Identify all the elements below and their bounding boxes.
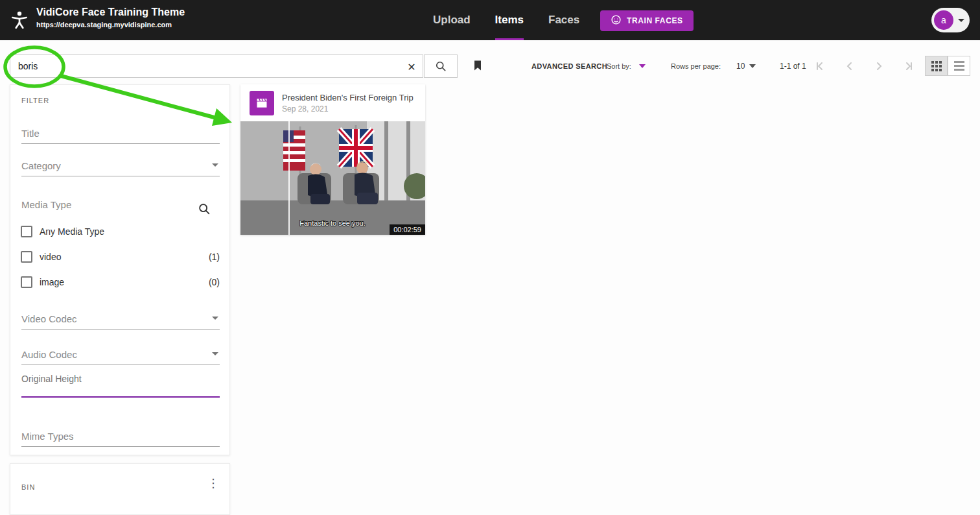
media-type-option-image: image (0) <box>21 276 220 289</box>
media-type-label: Media Type <box>21 199 71 210</box>
thumbnail-scene: Fantastic to see you. <box>240 121 425 235</box>
next-page-button[interactable] <box>870 58 887 75</box>
bin-heading: BIN <box>21 483 35 491</box>
result-date: Sep 28, 2021 <box>282 104 328 114</box>
video-codec-select[interactable]: Video Codec <box>21 313 220 329</box>
media-type-option-any: Any Media Type <box>21 226 220 239</box>
bin-panel: BIN ⋮ <box>10 463 230 515</box>
checkbox-label: video <box>40 252 61 262</box>
audio-codec-select[interactable]: Audio Codec <box>21 349 220 365</box>
checkbox-count: (0) <box>209 277 220 287</box>
train-faces-button[interactable]: TRAIN FACES <box>600 10 694 31</box>
chevron-down-icon <box>212 352 218 355</box>
original-height-input[interactable] <box>21 396 220 398</box>
first-page-button[interactable] <box>812 58 829 75</box>
rows-per-page-label: Rows per page: <box>671 62 721 70</box>
search-icon <box>434 60 447 73</box>
advanced-search-button[interactable]: ADVANCED SEARCH <box>531 62 607 70</box>
view-toggle <box>925 56 970 76</box>
chevron-down-icon <box>212 317 218 320</box>
list-icon <box>954 61 964 71</box>
caption-text: Fantastic to see you. <box>299 219 366 227</box>
audio-codec-label: Audio Codec <box>21 349 77 360</box>
nav-items[interactable]: Items <box>495 0 524 40</box>
bookmark-icon[interactable] <box>470 58 485 74</box>
sort-by-label[interactable]: Sort by: <box>607 62 631 70</box>
category-filter-label: Category <box>21 160 61 171</box>
checkbox-label: image <box>40 277 64 287</box>
result-thumbnail[interactable]: Fantastic to see you. 00:02:59 <box>240 121 425 235</box>
bin-overflow-menu-icon[interactable]: ⋮ <box>204 475 223 491</box>
category-filter-select[interactable]: Category <box>21 160 220 176</box>
search-button[interactable] <box>424 54 458 78</box>
mime-types-input[interactable]: Mime Types <box>21 431 220 447</box>
search-input[interactable] <box>10 54 423 78</box>
video-item-icon <box>250 91 274 115</box>
train-faces-label: TRAIN FACES <box>627 16 683 25</box>
rows-per-page-select[interactable]: 10 <box>736 62 745 71</box>
avatar-menu[interactable]: a <box>931 8 970 32</box>
filter-heading: FILTER <box>21 97 49 104</box>
grid-icon <box>931 61 942 71</box>
original-height-label: Original Height <box>21 374 82 384</box>
avatar: a <box>934 10 953 30</box>
media-type-option-video: video (1) <box>21 251 220 264</box>
video-codec-label: Video Codec <box>21 313 77 324</box>
clear-search-icon[interactable]: ✕ <box>403 58 420 75</box>
page: VidiCore Face Training Theme https://dee… <box>0 0 980 515</box>
checkbox-label: Any Media Type <box>40 226 104 237</box>
checkbox-video[interactable] <box>21 251 32 263</box>
rows-per-page-caret-icon[interactable] <box>749 64 756 68</box>
main-nav: Upload Items Faces <box>433 0 579 40</box>
result-card[interactable]: President Biden's First Foreign Trip Sep… <box>240 84 425 235</box>
filter-panel: FILTER Title Category Media Type Any Med… <box>10 84 230 455</box>
prev-page-button[interactable] <box>841 58 858 75</box>
chevron-down-icon <box>958 19 964 22</box>
result-card-header: President Biden's First Foreign Trip Sep… <box>240 84 425 121</box>
chevron-down-icon <box>212 163 218 167</box>
app-header: VidiCore Face Training Theme https://dee… <box>0 0 980 40</box>
app-title: VidiCore Face Training Theme <box>36 6 185 18</box>
duration-badge: 00:02:59 <box>390 224 425 235</box>
grid-view-button[interactable] <box>925 56 948 76</box>
result-title: President Biden's First Foreign Trip <box>282 93 418 102</box>
pagination-range: 1-1 of 1 <box>780 62 806 71</box>
title-filter-input[interactable]: Title <box>21 128 220 144</box>
media-type-search-icon[interactable] <box>197 202 211 216</box>
nav-upload[interactable]: Upload <box>433 0 471 40</box>
checkbox-any-media-type[interactable] <box>21 226 32 237</box>
app-title-block: VidiCore Face Training Theme https://dee… <box>36 6 185 29</box>
app-subtitle: https://deepva.staging.myvidispine.com <box>36 21 185 29</box>
checkbox-count: (1) <box>209 252 220 262</box>
checkbox-image[interactable] <box>21 276 32 288</box>
face-icon <box>611 14 622 27</box>
list-view-button[interactable] <box>948 56 970 76</box>
last-page-button[interactable] <box>900 58 916 75</box>
sort-by-caret-icon[interactable] <box>639 64 646 68</box>
app-logo-icon <box>9 10 30 30</box>
nav-faces[interactable]: Faces <box>548 0 579 40</box>
